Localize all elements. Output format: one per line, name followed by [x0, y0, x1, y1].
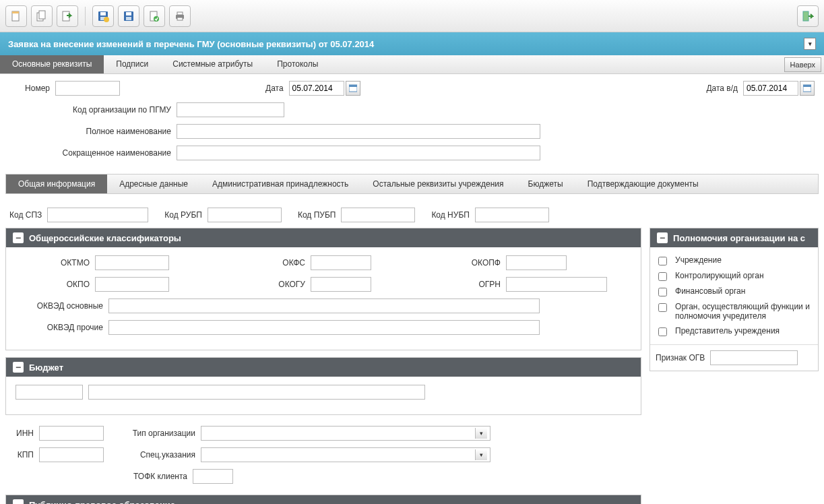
spz-input[interactable] [47, 208, 148, 222]
svg-point-8 [104, 17, 109, 22]
okpo-label: ОКПО [15, 280, 90, 289]
org-code-label: Код организации по ПГМУ [9, 105, 171, 115]
budget-panel: − Бюджет [5, 357, 641, 415]
org-type-combo[interactable]: ▾ [201, 426, 490, 441]
ogrn-label: ОГРН [426, 280, 501, 289]
inn-input[interactable] [39, 426, 104, 441]
okogu-input[interactable] [311, 277, 371, 292]
left-column: − Общероссийские классификаторы ОКТМО ОК… [5, 228, 641, 504]
exit-button[interactable] [797, 5, 819, 27]
budget-input-2[interactable] [88, 385, 425, 400]
budget-input-1[interactable] [15, 385, 83, 400]
okfs-input[interactable] [311, 255, 371, 270]
okopf-label: ОКОПФ [426, 258, 501, 267]
rights-check-4[interactable] [658, 303, 667, 312]
subtab-budgets[interactable]: Бюджеты [516, 175, 575, 193]
date-input[interactable] [289, 81, 344, 96]
subtab-admin[interactable]: Административная принадлежность [200, 175, 360, 193]
oktmo-input[interactable] [95, 255, 169, 270]
vd-date-picker-button[interactable] [800, 81, 815, 96]
classifiers-header[interactable]: − Общероссийские классификаторы [6, 228, 641, 247]
pubp-label: Код ПУБП [298, 210, 336, 220]
header-form: Номер Дата Дата в/д Код организации по П… [0, 74, 824, 174]
ogv-label: Признак ОГВ [656, 353, 705, 363]
okved-other-input[interactable] [108, 320, 540, 335]
okpo-input[interactable] [95, 277, 169, 292]
print-button[interactable] [169, 5, 191, 27]
subtab-general[interactable]: Общая информация [6, 175, 107, 193]
tab-main-details[interactable]: Основные реквизиты [0, 55, 104, 73]
rights-check-5[interactable] [658, 327, 667, 336]
rights-check-2[interactable] [658, 272, 667, 281]
tab-protocols[interactable]: Протоколы [265, 55, 330, 73]
svg-rect-17 [803, 11, 809, 21]
svg-rect-11 [126, 17, 131, 20]
org-info-block: ИНН Тип организации ▾ КПП Спец.указания … [5, 422, 641, 495]
collapse-icon[interactable]: − [13, 499, 24, 504]
svg-rect-15 [177, 12, 183, 15]
pubp-input[interactable] [341, 208, 415, 222]
toolbar-separator [85, 7, 86, 26]
save-button[interactable] [118, 5, 139, 27]
spz-label: Код СПЗ [9, 210, 42, 220]
okopf-input[interactable] [506, 255, 567, 270]
inn-label: ИНН [7, 429, 34, 438]
scroll-top-button[interactable]: Наверх [784, 57, 821, 72]
full-name-label: Полное наименование [9, 127, 171, 136]
document-title: Заявка на внесение изменений в перечень … [8, 39, 374, 49]
short-name-input[interactable] [177, 146, 540, 160]
nubp-input[interactable] [475, 208, 549, 222]
ogv-input[interactable] [710, 350, 798, 365]
budget-header[interactable]: − Бюджет [6, 358, 641, 377]
full-name-input[interactable] [177, 124, 540, 139]
rights-panel: − Полномочия организации на с Учреждение… [649, 228, 819, 371]
org-code-input[interactable] [177, 102, 284, 117]
tofk-label: ТОФК клиента [120, 472, 187, 481]
subtab-docs[interactable]: Подтверждающие документы [575, 175, 711, 193]
rubp-label: Код РУБП [164, 210, 202, 220]
collapse-icon[interactable]: − [13, 232, 24, 243]
number-input[interactable] [55, 81, 120, 96]
collapse-icon[interactable]: − [13, 362, 24, 373]
vd-date-input[interactable] [743, 81, 798, 96]
subtab-address[interactable]: Адресные данные [107, 175, 200, 193]
approve-doc-button[interactable] [144, 5, 165, 27]
svg-rect-21 [803, 85, 811, 87]
rights-label-4: Орган, осуществляющий функции и полномоч… [675, 302, 810, 321]
okved-main-input[interactable] [108, 298, 540, 313]
svg-rect-1 [12, 11, 19, 13]
new-doc-button[interactable] [5, 5, 27, 27]
okved-main-label: ОКВЭД основные [15, 301, 103, 311]
rights-label-5: Представитель учреждения [675, 326, 780, 336]
vd-date-label: Дата в/д [706, 84, 738, 93]
date-picker-button[interactable] [346, 81, 360, 96]
svg-rect-10 [126, 12, 131, 15]
tab-system-attrs[interactable]: Системные атрибуты [160, 55, 265, 73]
ppo-header[interactable]: − Публично-правовое образование [6, 495, 641, 504]
right-column: − Полномочия организации на с Учреждение… [649, 228, 819, 371]
save-partial-button[interactable] [92, 5, 114, 27]
kpp-label: КПП [7, 450, 34, 460]
short-name-label: Сокращенное наименование [9, 148, 171, 158]
rights-title: Полномочия организации на с [673, 233, 805, 243]
rights-header[interactable]: − Полномочия организации на с [650, 228, 818, 247]
ogrn-input[interactable] [506, 277, 607, 292]
copy-doc-button[interactable] [31, 5, 53, 27]
spec-combo[interactable]: ▾ [201, 447, 490, 462]
top-toolbar [0, 0, 824, 32]
rights-check-3[interactable] [658, 288, 667, 296]
document-title-bar: Заявка на внесение изменений в перечень … [0, 32, 824, 55]
tofk-input[interactable] [193, 469, 233, 484]
svg-rect-16 [177, 18, 183, 20]
rubp-input[interactable] [208, 208, 282, 222]
collapse-icon[interactable]: − [657, 232, 668, 243]
budget-title: Бюджет [29, 363, 63, 373]
subtab-other[interactable]: Остальные реквизиты учреждения [360, 175, 515, 193]
export-doc-button[interactable] [57, 5, 78, 27]
tab-signatures[interactable]: Подписи [104, 55, 160, 73]
svg-rect-3 [39, 11, 45, 19]
rights-check-1[interactable] [658, 257, 667, 265]
sub-tabs: Общая информация Адресные данные Админис… [5, 174, 819, 194]
title-dropdown-button[interactable]: ▾ [804, 38, 816, 50]
kpp-input[interactable] [39, 447, 104, 462]
